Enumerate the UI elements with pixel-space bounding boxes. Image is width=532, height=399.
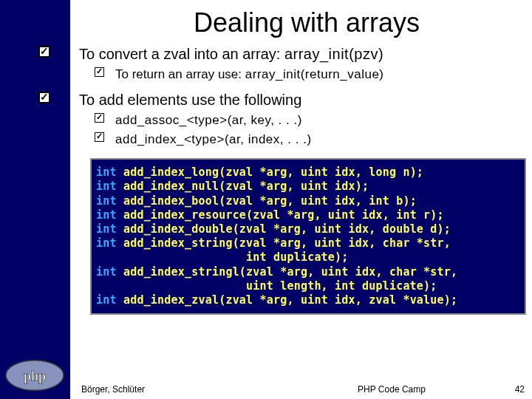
slide: Dealing with arrays To convert a zval in… [0, 0, 532, 399]
code-keyword: int [96, 180, 117, 193]
footer-page-number: 42 [495, 384, 525, 395]
code-line: add_index_long(zval *arg, uint idx, long… [117, 166, 423, 179]
code-keyword: int [96, 236, 117, 250]
footer-authors: Börger, Schlüter [81, 384, 288, 395]
code-keyword: int [96, 265, 117, 279]
code-line: add_index_zval(zval *arg, uint idx, zval… [117, 293, 458, 307]
checkbox-icon [95, 66, 115, 77]
body: To convert a zval into an array: array_i… [0, 44, 532, 315]
bullet-text: To return an array use: array_init(retur… [115, 66, 532, 83]
checkbox-icon [9, 44, 79, 58]
bullet-text-pre: To convert a zval into an array: [79, 46, 284, 62]
bullet-level2: add_index_<type>(ar, index, . . .) [95, 132, 532, 148]
bullet-text-code: add_assoc_<type>(ar, key, . . .) [115, 112, 532, 129]
bullet-text-code: array_init(pzv) [284, 46, 383, 62]
code-line: add_index_stringl(zval *arg, uint idx, c… [117, 265, 458, 279]
bullet-level1: To add elements use the following [9, 90, 532, 109]
checkbox-icon [95, 132, 115, 142]
code-line: int duplicate); [96, 250, 349, 264]
slide-title: Dealing with arrays [0, 0, 532, 44]
code-line: uint length, int duplicate); [96, 279, 437, 293]
bullet-text-code: array_init(return_value) [245, 67, 384, 81]
code-keyword: int [96, 166, 117, 179]
checkbox-icon [9, 90, 79, 103]
footer-title: PHP Code Camp [288, 384, 495, 395]
code-keyword: int [96, 194, 117, 208]
bullet-level2: add_assoc_<type>(ar, key, . . .) [95, 112, 532, 129]
code-line: add_index_string(zval *arg, uint idx, ch… [117, 236, 451, 250]
code-block: int add_index_long(zval *arg, uint idx, … [90, 158, 526, 315]
bullet-level1: To convert a zval into an array: array_i… [9, 44, 532, 64]
bullet-text-pre: To return an array use: [115, 67, 245, 81]
checkbox-icon [95, 112, 115, 123]
svg-text:php: php [24, 369, 46, 383]
code-keyword: int [96, 293, 117, 307]
code-line: add_index_resource(zval *arg, uint idx, … [117, 208, 444, 222]
content-area: Dealing with arrays To convert a zval in… [0, 0, 532, 399]
bullet-text: To convert a zval into an array: array_i… [79, 44, 532, 64]
code-line: add_index_bool(zval *arg, uint idx, int … [117, 194, 417, 208]
code-line: add_index_null(zval *arg, uint idx); [117, 180, 369, 193]
bullet-text-code: add_index_<type>(ar, index, . . .) [115, 132, 532, 148]
bullet-level2: To return an array use: array_init(retur… [95, 66, 532, 83]
code-line: add_index_double(zval *arg, uint idx, do… [117, 222, 451, 236]
code-keyword: int [96, 208, 117, 222]
php-logo-icon: php [4, 359, 65, 392]
footer: Börger, Schlüter PHP Code Camp 42 [81, 384, 525, 395]
code-keyword: int [96, 222, 117, 236]
bullet-text: To add elements use the following [79, 90, 532, 109]
